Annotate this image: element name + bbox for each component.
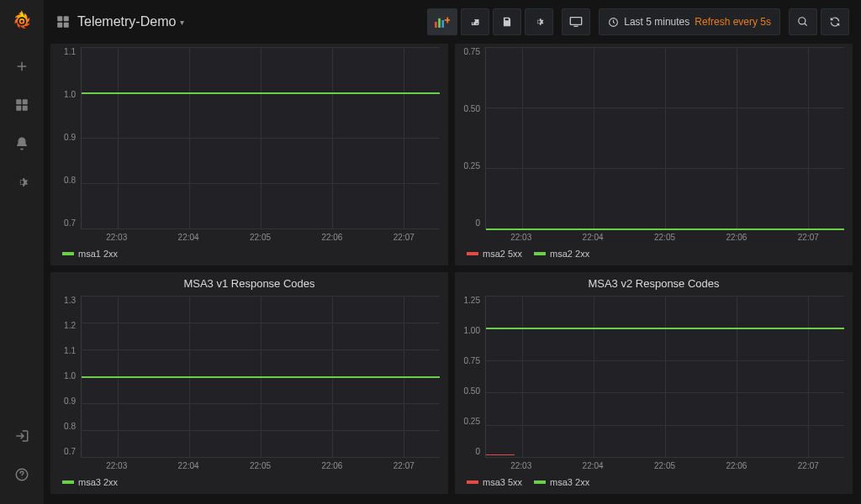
- configuration-icon[interactable]: [8, 168, 36, 197]
- add-panel-button[interactable]: [427, 8, 457, 35]
- legend-label: msa1 2xx: [78, 249, 118, 259]
- legend-label: msa2 5xx: [483, 249, 522, 259]
- series-line: [82, 376, 440, 378]
- x-axis-ticks: 22:0322:0422:0522:0622:07: [50, 231, 448, 245]
- svg-rect-13: [438, 18, 441, 28]
- chart-panel[interactable]: MSA3 v1 Response Codes1.31.21.11.00.90.8…: [50, 272, 448, 494]
- plot-area: 1.11.00.90.80.7: [50, 44, 448, 231]
- legend-label: msa3 5xx: [483, 477, 522, 487]
- toolbar: [427, 8, 553, 35]
- topbar: Telemetry-Demo ▾: [44, 0, 861, 44]
- svg-rect-14: [442, 20, 445, 28]
- legend-swatch: [62, 480, 74, 484]
- y-axis-ticks: 1.31.21.11.00.90.80.7: [50, 292, 81, 459]
- svg-rect-3: [23, 99, 28, 104]
- legend: msa1 2xx: [50, 245, 448, 265]
- time-picker[interactable]: Last 5 minutes Refresh every 5s: [599, 8, 780, 35]
- plot-area: 1.31.21.11.00.90.80.7: [50, 292, 448, 459]
- legend-item[interactable]: msa1 2xx: [62, 249, 118, 259]
- breadcrumb[interactable]: Telemetry-Demo ▾: [55, 14, 184, 29]
- legend: msa3 2xx: [50, 474, 448, 494]
- chevron-down-icon: ▾: [180, 18, 184, 27]
- legend-item[interactable]: msa2 5xx: [467, 249, 522, 259]
- clock-icon: [608, 17, 619, 28]
- svg-rect-15: [571, 18, 582, 25]
- plot-area: 1.251.000.750.500.250: [455, 292, 853, 459]
- series-line: [82, 92, 440, 94]
- svg-rect-2: [16, 99, 21, 104]
- main: Telemetry-Demo ▾: [44, 0, 861, 504]
- svg-rect-10: [57, 23, 62, 28]
- settings-button[interactable]: [525, 8, 553, 35]
- y-axis-ticks: 1.11.00.90.80.7: [50, 44, 81, 231]
- svg-rect-11: [64, 23, 69, 28]
- legend: msa2 5xxmsa2 2xx: [455, 245, 853, 265]
- legend-swatch: [534, 480, 546, 484]
- page-title: Telemetry-Demo: [77, 14, 176, 29]
- legend-item[interactable]: msa2 2xx: [534, 249, 589, 259]
- legend-swatch: [534, 252, 546, 255]
- refresh-interval-label: Refresh every 5s: [695, 16, 771, 28]
- legend-item[interactable]: msa3 2xx: [534, 477, 589, 487]
- y-axis-ticks: 1.251.000.750.500.250: [455, 292, 485, 459]
- legend-swatch: [467, 252, 478, 255]
- legend-label: msa3 2xx: [78, 477, 118, 487]
- grafana-logo[interactable]: [10, 8, 34, 32]
- dashboard-grid: 1.11.00.90.80.722:0322:0422:0522:0622:07…: [44, 44, 861, 504]
- series-line: [486, 228, 844, 230]
- legend-item[interactable]: msa3 2xx: [62, 477, 118, 487]
- dashboards-grid-icon: [55, 14, 71, 29]
- app-root: Telemetry-Demo ▾: [0, 0, 861, 504]
- plot[interactable]: [81, 47, 440, 229]
- chart-panel[interactable]: 1.11.00.90.80.722:0322:0422:0522:0622:07…: [50, 44, 448, 265]
- legend: msa3 5xxmsa3 2xx: [455, 474, 853, 494]
- panel-title: MSA3 v1 Response Codes: [50, 272, 448, 292]
- svg-rect-9: [64, 16, 69, 21]
- plot-area: 0.750.500.250: [455, 44, 853, 231]
- zoom-out-button[interactable]: [789, 8, 817, 35]
- x-axis-ticks: 22:0322:0422:0522:0622:07: [455, 459, 853, 474]
- dashboards-icon[interactable]: [8, 91, 36, 119]
- x-axis-ticks: 22:0322:0422:0522:0622:07: [50, 459, 448, 474]
- svg-rect-16: [574, 26, 578, 27]
- panel-title: MSA3 v2 Response Codes: [455, 272, 853, 292]
- legend-item[interactable]: msa3 5xx: [467, 477, 522, 487]
- y-axis-ticks: 0.750.500.250: [455, 44, 485, 231]
- share-button[interactable]: [461, 8, 489, 35]
- svg-rect-8: [57, 16, 62, 21]
- refresh-button[interactable]: [821, 8, 849, 35]
- series-line: [486, 328, 844, 329]
- legend-swatch: [62, 252, 74, 255]
- alerting-icon[interactable]: [8, 129, 36, 158]
- chart-panel[interactable]: 0.750.500.25022:0322:0422:0522:0622:07ms…: [455, 44, 853, 265]
- add-icon[interactable]: [8, 52, 36, 81]
- svg-point-1: [21, 20, 24, 23]
- chart-panel[interactable]: MSA3 v2 Response Codes1.251.000.750.500.…: [455, 272, 853, 494]
- svg-rect-5: [23, 106, 28, 111]
- signin-icon[interactable]: [8, 422, 36, 450]
- plot[interactable]: [485, 47, 844, 229]
- legend-label: msa2 2xx: [550, 249, 589, 259]
- svg-rect-4: [16, 106, 21, 111]
- svg-point-7: [21, 477, 22, 478]
- sidebar: [0, 0, 44, 504]
- legend-swatch: [467, 480, 478, 484]
- time-range-label: Last 5 minutes: [624, 16, 689, 28]
- help-icon[interactable]: [8, 460, 36, 489]
- x-axis-ticks: 22:0322:0422:0522:0622:07: [455, 231, 853, 245]
- plot[interactable]: [485, 296, 844, 458]
- save-button[interactable]: [493, 8, 521, 35]
- svg-rect-12: [435, 22, 437, 28]
- series-line: [486, 454, 515, 456]
- plot[interactable]: [81, 296, 440, 458]
- legend-label: msa3 2xx: [550, 477, 589, 487]
- svg-point-18: [799, 18, 806, 24]
- cycle-view-button[interactable]: [562, 8, 590, 35]
